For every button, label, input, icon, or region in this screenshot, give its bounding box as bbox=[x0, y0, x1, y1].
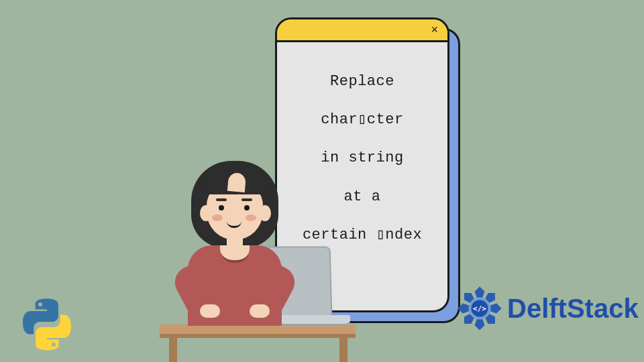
window-titlebar: × bbox=[277, 19, 447, 42]
svg-text:</>: </> bbox=[473, 304, 486, 313]
card-line-1: Replace bbox=[289, 62, 435, 101]
svg-marker-2 bbox=[490, 304, 501, 314]
delftstack-brand-text: DelftStack bbox=[507, 294, 639, 324]
svg-marker-0 bbox=[475, 286, 485, 297]
svg-marker-4 bbox=[475, 319, 485, 330]
delftstack-logo: </> DelftStack bbox=[455, 284, 639, 333]
card-line-2: char▯cter bbox=[289, 101, 435, 139]
person-illustration bbox=[141, 153, 342, 341]
python-logo-icon bbox=[20, 298, 74, 351]
svg-marker-6 bbox=[458, 304, 468, 314]
delftstack-emblem-icon: </> bbox=[455, 284, 504, 333]
close-icon: × bbox=[431, 23, 438, 37]
